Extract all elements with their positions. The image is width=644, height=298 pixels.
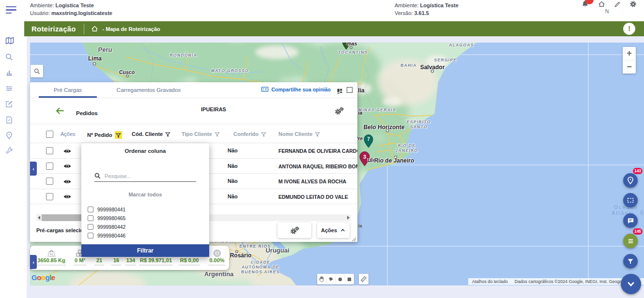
view-eye-icon[interactable] xyxy=(63,148,72,154)
filtrar-button[interactable]: Filtrar xyxy=(81,244,209,257)
edit-icon[interactable] xyxy=(614,0,621,8)
filter-icon-n-pedido-active[interactable] xyxy=(115,131,122,139)
view-eye-icon[interactable] xyxy=(63,194,72,200)
ambiente-value: Logística Teste xyxy=(56,2,94,8)
acoes-button[interactable]: Ações xyxy=(317,223,350,238)
panel-resize-handle[interactable] xyxy=(351,235,356,241)
sidebar-item-search[interactable] xyxy=(5,52,14,61)
alert-button[interactable]: ! xyxy=(623,23,635,35)
select-all-checkbox[interactable] xyxy=(46,131,53,138)
row-checkbox[interactable] xyxy=(46,147,53,154)
app-bar: Roteirização - Mapa de Roteirização ! xyxy=(24,21,644,36)
sidebar-item-edit[interactable] xyxy=(5,99,14,108)
select-all-label[interactable]: Marcar todos xyxy=(81,192,209,197)
selected-precargas-label: Pré-cargas selecio xyxy=(36,227,83,233)
breadcrumb: - Mapa de Roteirização xyxy=(103,26,160,32)
table-header: Ações Nº Pedido Cód. Cliente Tipo Client… xyxy=(30,127,357,143)
usuario-label: Usuário: xyxy=(30,10,50,16)
dashboard-icon[interactable] xyxy=(337,87,343,95)
pedidos-title: Pedidos xyxy=(76,110,98,116)
filter-popup: Ordenar coluna Marcar todos 999998044199… xyxy=(81,143,209,257)
fab-area-select-button[interactable] xyxy=(623,193,638,208)
nome-cliente-cell: M IVONE ALVES DA ROCHA xyxy=(278,179,357,184)
column-n-pedido[interactable]: Nº Pedido xyxy=(87,132,112,138)
option-checkbox[interactable] xyxy=(88,215,93,221)
row-checkbox[interactable] xyxy=(46,178,53,185)
ambiente-label: Ambiente: xyxy=(30,2,54,8)
fab-chat-button[interactable] xyxy=(623,213,638,228)
svg-text:7: 7 xyxy=(367,136,370,142)
route-title: IPUEIRAS xyxy=(201,106,226,112)
keyboard-shortcuts-link[interactable]: Atalhos do teclado xyxy=(472,279,508,284)
workspace-letter: ℕ xyxy=(605,8,609,15)
filter-option[interactable]: 9999980441 xyxy=(88,205,125,214)
view-eye-icon[interactable] xyxy=(63,163,72,170)
conferido-cell: Não xyxy=(228,194,238,199)
column-nome-cliente[interactable]: Nome Cliente xyxy=(278,131,312,137)
sidebar-item-documents[interactable] xyxy=(5,115,14,124)
panel-collapse-chevron[interactable]: ‹ xyxy=(30,162,37,176)
fab-list-button[interactable] xyxy=(623,234,638,248)
ambiente2-label: Ambiente: xyxy=(395,2,419,8)
map-draw-tools xyxy=(317,274,354,284)
zoom-in-button[interactable]: + xyxy=(623,47,636,60)
conferido-cell: Não xyxy=(228,163,238,169)
option-label: 9999980442 xyxy=(97,224,125,230)
tab-pre-cargas[interactable]: Pré Cargas xyxy=(39,82,97,98)
home-icon[interactable] xyxy=(598,0,605,8)
menu-icon[interactable] xyxy=(6,6,17,15)
app: 7 3 PeruLimaCuscoRONDÔNIAMATO GROSSOTOCA… xyxy=(0,0,644,298)
measure-tool-button[interactable] xyxy=(359,274,368,284)
sidebar-item-levels[interactable] xyxy=(5,84,14,92)
fab-filter-button[interactable] xyxy=(623,254,638,268)
popup-search-input[interactable] xyxy=(105,173,187,179)
option-label: 9999980441 xyxy=(97,207,125,212)
zoom-out-button[interactable]: − xyxy=(623,60,636,74)
usuario-value: maxstring.logisticateste xyxy=(51,10,112,16)
pan-tool-button[interactable] xyxy=(317,274,326,284)
popup-title: Ordenar coluna xyxy=(81,148,209,154)
option-checkbox[interactable] xyxy=(88,207,93,212)
ambiente2-value: Logística Teste xyxy=(420,2,459,8)
circle-tool-button[interactable] xyxy=(336,274,345,284)
sidebar-item-tools[interactable] xyxy=(5,146,14,154)
option-checkbox[interactable] xyxy=(88,233,93,238)
map-search-button[interactable] xyxy=(31,65,43,77)
pedidos-header: Pedidos IPUEIRAS xyxy=(30,99,357,124)
nome-cliente-cell: EDMUNDO LEITAO DO VALE xyxy=(278,194,357,200)
conferido-cell: Não xyxy=(228,178,238,184)
maximize-icon[interactable] xyxy=(347,87,353,93)
option-label: 9999980446 xyxy=(97,233,125,238)
settings-cogs-icon[interactable] xyxy=(335,106,344,115)
column-conferido[interactable]: Conferido xyxy=(233,131,259,137)
option-checkbox[interactable] xyxy=(88,224,93,230)
fab-locations-badge: 143 xyxy=(633,168,643,174)
sidebar-item-reports[interactable] xyxy=(5,68,14,76)
fab-locations-button[interactable] xyxy=(623,173,638,188)
polygon-tool-button[interactable] xyxy=(326,274,336,284)
row-checkbox[interactable] xyxy=(46,193,53,200)
filter-option[interactable]: 9999980442 xyxy=(88,223,125,231)
notifications-bell-icon[interactable] xyxy=(581,0,589,8)
share-opinion-link[interactable]: Compartilhe sua opinião xyxy=(261,86,331,93)
sidebar-item-locations[interactable] xyxy=(5,131,14,139)
filter-option[interactable]: 9999980465 xyxy=(88,214,125,223)
google-logo: Google xyxy=(31,273,55,282)
nome-cliente-cell: FERNANDA DE OLIVEIRA CARDO xyxy=(278,148,357,154)
filter-option[interactable]: 9999980446 xyxy=(88,231,125,240)
stats-collapse-chevron[interactable]: ‹ xyxy=(30,255,37,269)
settings-gear-icon[interactable] xyxy=(629,0,637,8)
svg-text:3: 3 xyxy=(363,154,366,160)
column-cod-cliente[interactable]: Cód. Cliente xyxy=(132,131,163,137)
option-label: 9999980465 xyxy=(97,215,125,221)
tab-carregamentos-gravados[interactable]: Carregamentos Gravados xyxy=(103,82,195,98)
sidebar-item-map[interactable] xyxy=(5,36,14,45)
back-button[interactable] xyxy=(56,107,64,116)
rectangle-tool-button[interactable] xyxy=(345,274,354,284)
versao-label: Versão: xyxy=(395,10,413,16)
column-tipo-cliente[interactable]: Tipo Cliente xyxy=(182,131,212,137)
fab-expand-button[interactable] xyxy=(621,274,641,294)
row-checkbox[interactable] xyxy=(46,163,53,170)
view-eye-icon[interactable] xyxy=(63,178,72,185)
panel-settings-button[interactable] xyxy=(277,223,311,238)
